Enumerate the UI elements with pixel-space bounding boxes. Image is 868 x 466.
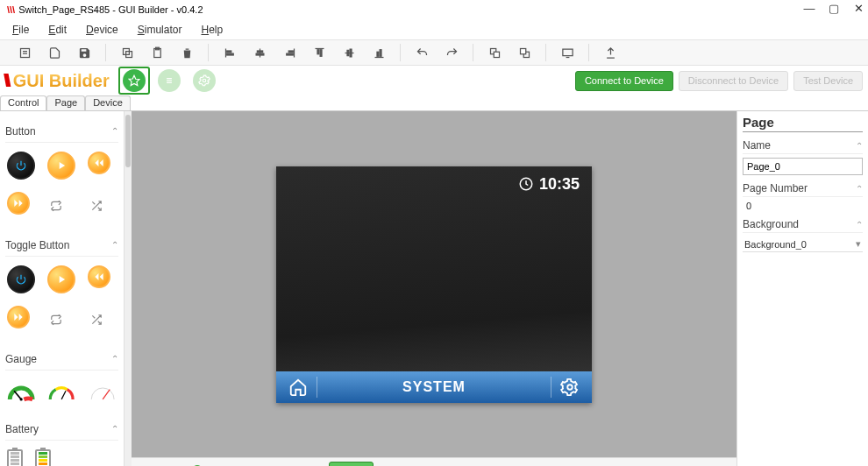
control-forward-button[interactable] xyxy=(7,192,30,215)
gauge-segmented-icon[interactable] xyxy=(47,379,75,404)
sidebar-tab-device[interactable]: Device xyxy=(85,95,131,110)
menu-simulator[interactable]: Simulator xyxy=(138,24,182,36)
section-button-label: Button xyxy=(5,125,36,138)
prop-background-label: Background xyxy=(743,218,799,230)
control-toggle-forward[interactable] xyxy=(7,306,30,328)
svg-point-36 xyxy=(20,398,23,400)
undo-icon[interactable] xyxy=(409,42,434,63)
chevron-up-icon: ⌃ xyxy=(856,184,863,194)
control-toggle-shuffle[interactable] xyxy=(82,306,110,334)
menu-file[interactable]: File xyxy=(12,24,29,36)
battery-plain-icon[interactable] xyxy=(7,449,23,466)
sidebar-scrollbar[interactable] xyxy=(125,111,132,466)
prop-background-select[interactable]: Background_0▾ xyxy=(743,237,863,252)
zoom-bar: 180 % Reset xyxy=(132,457,736,466)
delete-icon[interactable] xyxy=(174,42,199,63)
title-bar: \\\ Switch_Page_RS485 - GUI Builder - v0… xyxy=(0,0,868,19)
device-preview[interactable]: 10:35 SYSTEM xyxy=(276,166,592,403)
align-center-v-icon[interactable] xyxy=(337,42,361,63)
section-gauge[interactable]: Gauge⌃ xyxy=(5,348,118,371)
toolbar xyxy=(0,39,868,66)
mode-settings-button[interactable] xyxy=(189,67,220,95)
clock-icon xyxy=(518,176,534,192)
sidebar-tab-control[interactable]: Control xyxy=(0,95,46,110)
gear-icon[interactable] xyxy=(560,378,580,397)
app-logo-icon: \\\ xyxy=(7,4,15,15)
properties-panel: Page Name⌃ Page Number⌃ 0 Background⌃ Ba… xyxy=(736,111,868,466)
preview-clock: 10:35 xyxy=(518,175,580,194)
brand: \\\ GUI Builder xyxy=(4,71,110,91)
svg-rect-12 xyxy=(256,53,264,55)
chevron-up-icon: ⌃ xyxy=(111,126,118,136)
mode-list-button[interactable] xyxy=(153,67,185,95)
control-shuffle-button[interactable] xyxy=(82,192,110,220)
menu-help[interactable]: Help xyxy=(201,24,223,36)
home-icon[interactable] xyxy=(288,378,308,397)
new-file-icon[interactable] xyxy=(12,42,37,63)
mode-design-button[interactable] xyxy=(118,67,150,95)
svg-rect-23 xyxy=(377,52,379,56)
control-toggle-rewind[interactable] xyxy=(88,265,110,288)
prop-name-input[interactable] xyxy=(743,158,863,175)
svg-point-34 xyxy=(203,79,206,82)
paste-icon[interactable] xyxy=(145,42,169,63)
maximize-button[interactable]: ▢ xyxy=(828,2,840,15)
prop-pagenum-row[interactable]: Page Number⌃ xyxy=(743,182,863,197)
prop-background-value: Background_0 xyxy=(744,239,807,250)
align-bottom-icon[interactable] xyxy=(366,42,391,63)
prop-background-row[interactable]: Background⌃ xyxy=(743,218,863,233)
svg-rect-26 xyxy=(494,52,499,57)
bring-front-icon[interactable] xyxy=(482,42,507,63)
redo-icon[interactable] xyxy=(439,42,464,63)
gauge-needle-icon[interactable] xyxy=(89,379,117,404)
gauge-solid-icon[interactable] xyxy=(7,379,35,404)
control-toggle-power[interactable] xyxy=(7,265,35,293)
window-title: Switch_Page_RS485 - GUI Builder - v0.4.2 xyxy=(18,4,203,15)
ribbon: \\\ GUI Builder Connect to Device Discon… xyxy=(0,66,868,95)
minimize-button[interactable]: — xyxy=(803,2,815,15)
open-file-icon[interactable] xyxy=(42,42,67,63)
align-left-icon[interactable] xyxy=(217,42,242,63)
preview-footer-label: SYSTEM xyxy=(402,379,466,395)
section-toggle[interactable]: Toggle Button⌃ xyxy=(5,234,118,257)
section-battery[interactable]: Battery⌃ xyxy=(5,418,118,441)
svg-rect-28 xyxy=(520,48,525,53)
control-toggle-play[interactable] xyxy=(47,265,75,293)
prop-pagenum-label: Page Number xyxy=(743,182,808,194)
upload-icon[interactable] xyxy=(598,42,623,63)
connect-device-button[interactable]: Connect to Device xyxy=(575,71,673,91)
prop-name-row[interactable]: Name⌃ xyxy=(743,139,863,154)
dropdown-icon: ▾ xyxy=(856,238,861,250)
zoom-reset-button[interactable]: Reset xyxy=(329,462,374,467)
sidebar-tab-page[interactable]: Page xyxy=(46,95,85,110)
battery-color-icon[interactable] xyxy=(35,449,51,466)
chevron-up-icon: ⌃ xyxy=(111,424,118,434)
svg-line-38 xyxy=(103,390,110,399)
copy-icon[interactable] xyxy=(115,42,139,63)
svg-line-37 xyxy=(61,391,66,399)
screen-icon[interactable] xyxy=(555,42,580,63)
save-icon[interactable] xyxy=(72,42,96,63)
menu-device[interactable]: Device xyxy=(86,24,118,36)
prop-pagenum-value: 0 xyxy=(743,201,863,211)
section-button[interactable]: Button⌃ xyxy=(5,120,118,143)
close-button[interactable]: ✕ xyxy=(852,2,864,15)
control-play-button[interactable] xyxy=(47,152,75,180)
control-toggle-repeat[interactable] xyxy=(42,306,70,334)
align-right-icon[interactable] xyxy=(277,42,302,63)
align-center-h-icon[interactable] xyxy=(247,42,272,63)
canvas-area: 10:35 SYSTEM 180 % Reset xyxy=(132,111,736,466)
control-repeat-button[interactable] xyxy=(42,192,70,220)
sidebar: Button⌃ Toggle Button⌃ Gauge⌃ xyxy=(0,111,125,466)
control-rewind-button[interactable] xyxy=(88,152,110,174)
section-toggle-label: Toggle Button xyxy=(5,239,69,251)
disconnect-device-button[interactable]: Disconnect to Device xyxy=(679,71,788,91)
test-device-button[interactable]: Test Device xyxy=(793,71,863,91)
svg-rect-18 xyxy=(320,49,322,56)
svg-rect-14 xyxy=(288,51,293,53)
align-top-icon[interactable] xyxy=(307,42,331,63)
menu-edit[interactable]: Edit xyxy=(48,24,67,36)
control-power-button[interactable] xyxy=(7,152,35,180)
chevron-up-icon: ⌃ xyxy=(856,141,863,151)
send-back-icon[interactable] xyxy=(512,42,537,63)
